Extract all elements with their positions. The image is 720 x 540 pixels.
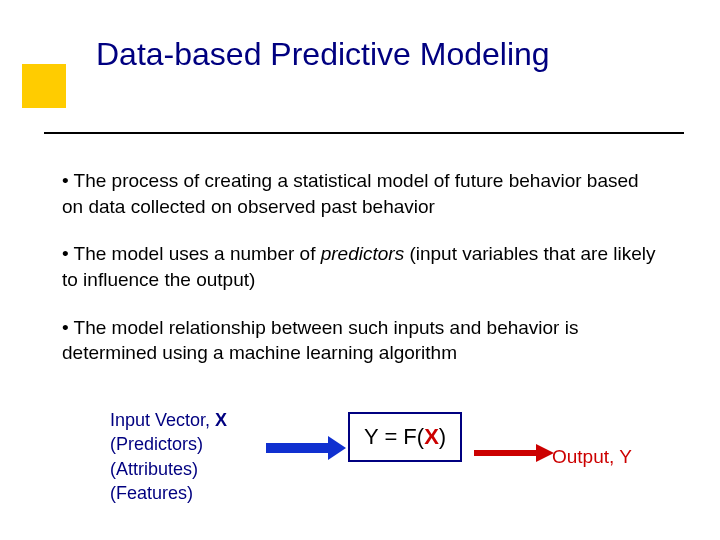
input-vector-block: Input Vector, X (Predictors) (Attributes… — [110, 408, 270, 505]
input-line-3: (Attributes) — [110, 457, 270, 481]
slide-title: Data-based Predictive Modeling — [96, 36, 550, 73]
formula-x: X — [424, 424, 439, 449]
accent-block — [22, 64, 66, 108]
bullet-1-post: past behavior — [316, 196, 435, 217]
bullet-2: • The model uses a number of predictors … — [62, 241, 662, 292]
arrow-left-icon — [266, 436, 346, 460]
output-label: Output, Y — [552, 446, 632, 468]
bullet-1: • The process of creating a statistical … — [62, 168, 662, 219]
diagram: Input Vector, X (Predictors) (Attributes… — [62, 408, 682, 518]
bullet-2-predictors: predictors — [321, 243, 404, 264]
formula-pre: Y = F( — [364, 424, 424, 449]
bullet-1-observed: observed — [237, 196, 315, 217]
arrow-right-icon — [474, 444, 554, 462]
input-line-1: Input Vector, X — [110, 408, 270, 432]
svg-marker-1 — [328, 436, 346, 460]
formula-post: ) — [439, 424, 446, 449]
formula-box: Y = F(X) — [348, 412, 462, 462]
svg-rect-0 — [266, 443, 328, 453]
bullet-3: • The model relationship between such in… — [62, 315, 662, 366]
title-underline — [44, 132, 684, 134]
input-x: X — [215, 410, 227, 430]
bullet-2-pre: • The model uses a number of — [62, 243, 321, 264]
input-line-4: (Features) — [110, 481, 270, 505]
input-line-1-pre: Input Vector, — [110, 410, 215, 430]
bullet-list: • The process of creating a statistical … — [62, 168, 662, 388]
input-line-2: (Predictors) — [110, 432, 270, 456]
svg-rect-2 — [474, 450, 536, 456]
